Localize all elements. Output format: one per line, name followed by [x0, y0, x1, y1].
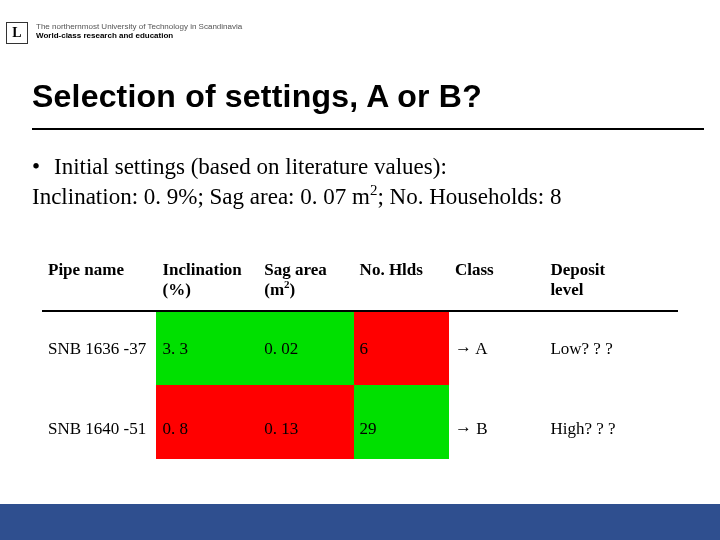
- th-sag-l2-post: ): [290, 280, 296, 299]
- header-tagline: The northernmost University of Technolog…: [36, 22, 242, 40]
- data-table-wrap: Pipe name Inclination (%) Sag area (m2) …: [42, 250, 678, 459]
- cell-deposit: High? ? ?: [544, 385, 678, 459]
- table-header-row: Pipe name Inclination (%) Sag area (m2) …: [42, 250, 678, 311]
- logo-letter: L: [12, 25, 21, 41]
- cell-pipe-name: SNB 1640 -51: [42, 385, 156, 459]
- class-letter: B: [476, 419, 487, 438]
- th-pipe-name: Pipe name: [42, 250, 156, 311]
- body-line2-pre: Inclination: 0. 9%; Sag area: 0. 07 m: [32, 184, 370, 209]
- th-sag-l1: Sag area: [264, 260, 327, 279]
- th-no-hlds: No. Hlds: [354, 250, 449, 311]
- table-row: SNB 1640 -51 0. 8 0. 13 29 → B High? ? ?: [42, 385, 678, 459]
- cell-inclination: 0. 8: [156, 385, 258, 459]
- arrow-icon: →: [455, 419, 472, 438]
- th-sag-l2-pre: (m: [264, 280, 284, 299]
- cell-deposit: Low? ? ?: [544, 311, 678, 385]
- th-inclination: Inclination (%): [156, 250, 258, 311]
- tagline-line1: The northernmost University of Technolog…: [36, 22, 242, 31]
- th-deposit-l1: Deposit: [550, 260, 605, 279]
- cell-sag: 0. 13: [258, 385, 353, 459]
- th-deposit-l2: level: [550, 280, 583, 299]
- data-table: Pipe name Inclination (%) Sag area (m2) …: [42, 250, 678, 459]
- bullet-line: • Initial settings (based on literature …: [32, 152, 690, 182]
- body-text: • Initial settings (based on literature …: [32, 152, 690, 212]
- th-inclination-l1: Inclination: [162, 260, 241, 279]
- class-letter: A: [475, 339, 487, 358]
- cell-pipe-name: SNB 1636 -37: [42, 311, 156, 385]
- bullet-dot: •: [32, 152, 54, 182]
- bottom-bar: [0, 504, 720, 540]
- table-row: SNB 1636 -37 3. 3 0. 02 6 → A Low? ? ?: [42, 311, 678, 385]
- th-deposit: Deposit level: [544, 250, 678, 311]
- th-class: Class: [449, 250, 544, 311]
- th-sag-area: Sag area (m2): [258, 250, 353, 311]
- logo-box: L: [6, 22, 28, 44]
- th-inclination-l2: (%): [162, 280, 190, 299]
- cell-hlds: 29: [354, 385, 449, 459]
- bullet-text: Initial settings (based on literature va…: [54, 152, 447, 182]
- cell-sag: 0. 02: [258, 311, 353, 385]
- cell-class: → B: [449, 385, 544, 459]
- header-strip: L The northernmost University of Technol…: [0, 22, 720, 46]
- body-line2: Inclination: 0. 9%; Sag area: 0. 07 m2; …: [32, 182, 690, 212]
- arrow-icon: →: [455, 339, 472, 358]
- body-line2-post: ; No. Households: 8: [377, 184, 561, 209]
- cell-inclination: 3. 3: [156, 311, 258, 385]
- tagline-line2: World-class research and education: [36, 31, 242, 40]
- cell-class: → A: [449, 311, 544, 385]
- title-underline: [32, 128, 704, 130]
- cell-hlds: 6: [354, 311, 449, 385]
- page-title: Selection of settings, A or B?: [32, 78, 482, 115]
